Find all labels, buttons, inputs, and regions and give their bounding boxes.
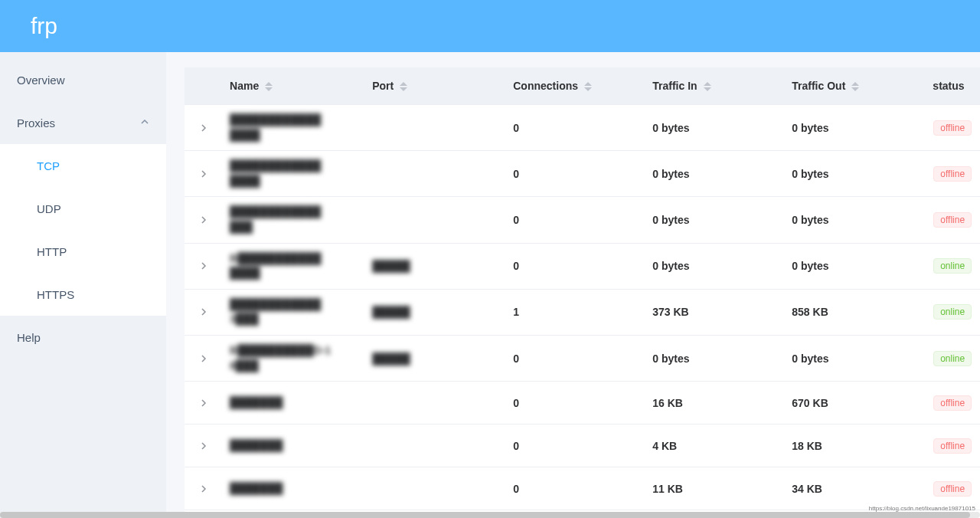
proxy-connections: 0 [505,243,645,289]
proxy-traffic-out: 0 bytes [784,151,925,197]
sidebar-item-label: HTTP [37,245,67,258]
proxy-name: B██████████D-18███ [230,343,357,373]
sort-icon [851,82,859,91]
proxy-name: ████████████3███ [230,297,357,327]
col-connections[interactable]: Connections [505,67,645,105]
app-logo: frp [31,13,57,39]
status-badge: offline [933,438,972,454]
proxy-traffic-in: 0 bytes [645,335,784,381]
table-row: ███████011 KB34 KBoffline [185,467,980,510]
proxy-traffic-out: 0 bytes [784,243,925,289]
proxy-traffic-out: 0 bytes [784,105,925,151]
col-name[interactable]: Name [222,67,364,105]
sidebar-item-tcp[interactable]: TCP [0,144,166,187]
proxy-traffic-out: 670 KB [784,382,925,425]
proxy-connections: 0 [505,151,645,197]
chevron-right-icon[interactable] [200,441,207,452]
proxy-traffic-out: 0 bytes [784,197,925,243]
proxy-traffic-in: 16 KB [645,382,784,425]
chevron-up-icon [140,117,149,129]
proxy-connections: 0 [505,197,645,243]
sidebar-item-label: TCP [37,159,60,172]
table-row: ████████████████00 bytes0 bytesoffline [185,105,980,151]
table-row: ███████04 KB18 KBoffline [185,425,980,467]
proxy-traffic-in: 4 KB [645,425,784,467]
sidebar-item-proxies[interactable]: Proxies [0,101,166,144]
table-row: B████████████████████00 bytes0 bytesonli… [185,243,980,289]
table-row: ████████████3████████1373 KB858 KBonline [185,289,980,335]
sidebar-item-label: Help [17,331,41,344]
table-row: B██████████D-18████████00 bytes0 byteson… [185,335,980,381]
proxy-traffic-in: 373 KB [645,289,784,335]
chevron-right-icon[interactable] [200,123,207,134]
proxy-connections: 1 [505,289,645,335]
sidebar: Overview Proxies TCP UDP HTTP HTTPS Help [0,52,166,518]
proxy-connections: 0 [505,382,645,425]
col-traffic-in[interactable]: Traffic In [645,67,784,105]
proxy-traffic-out: 0 bytes [784,335,925,381]
table-row: ███████████████00 bytes0 bytesoffline [185,197,980,243]
proxy-connections: 0 [505,105,645,151]
watermark: https://blog.csdn.net/lixuande19871015 [869,505,975,512]
proxy-traffic-in: 0 bytes [645,151,784,197]
status-badge: online [933,351,972,366]
proxy-traffic-out: 34 KB [784,467,925,510]
proxy-port: █████ [372,306,410,318]
horizontal-scrollbar[interactable] [0,512,980,518]
sidebar-item-http[interactable]: HTTP [0,230,166,273]
proxy-traffic-in: 0 bytes [645,197,784,243]
table-row: ███████016 KB670 KBoffline [185,382,980,425]
table-row: ████████████████00 bytes0 bytesoffline [185,151,980,197]
status-badge: offline [933,166,972,182]
main-content: Name Port Connections Traffic In [166,52,980,518]
proxy-name: ███████ [230,438,357,454]
app-header: frp [0,0,980,52]
sidebar-item-label: Overview [17,74,65,87]
status-badge: offline [933,395,972,411]
sort-icon [400,82,407,91]
sidebar-item-label: Proxies [17,116,55,130]
proxy-name: ███████ [230,481,357,497]
sort-icon [584,82,592,91]
proxy-traffic-in: 0 bytes [645,243,784,289]
sidebar-item-overview[interactable]: Overview [0,58,166,101]
proxy-name: B███████████████ [230,251,357,281]
col-expand [185,67,222,105]
sidebar-item-label: HTTPS [37,288,74,301]
proxy-name: ███████████████ [230,205,357,234]
sidebar-item-label: UDP [37,202,61,215]
proxy-connections: 0 [505,335,645,381]
status-badge: offline [933,212,972,228]
proxy-name: ████████████████ [230,159,357,189]
status-badge: online [933,304,972,320]
chevron-right-icon[interactable] [200,484,207,495]
chevron-right-icon[interactable] [200,215,207,226]
proxy-port: █████ [372,260,410,272]
proxies-table: Name Port Connections Traffic In [185,67,980,518]
col-status: status [925,67,980,105]
proxy-traffic-in: 0 bytes [645,105,784,151]
sort-icon [704,82,711,91]
chevron-right-icon[interactable] [200,169,207,180]
status-badge: offline [933,481,972,497]
proxy-name: ███████ [230,395,357,411]
proxy-traffic-out: 858 KB [784,289,925,335]
sort-icon [265,82,273,91]
proxy-traffic-in: 11 KB [645,467,784,510]
status-badge: offline [933,120,972,136]
chevron-right-icon[interactable] [200,307,207,318]
chevron-right-icon[interactable] [200,261,207,272]
sidebar-item-udp[interactable]: UDP [0,187,166,230]
chevron-right-icon[interactable] [200,354,207,365]
proxy-name: ████████████████ [230,113,357,143]
sidebar-item-https[interactable]: HTTPS [0,273,166,316]
proxy-traffic-out: 18 KB [784,425,925,467]
proxy-connections: 0 [505,425,645,467]
chevron-right-icon[interactable] [200,398,207,409]
proxy-connections: 0 [505,467,645,510]
col-port[interactable]: Port [364,67,505,105]
sidebar-item-help[interactable]: Help [0,316,166,359]
col-traffic-out[interactable]: Traffic Out [784,67,925,105]
proxy-port: █████ [372,352,410,365]
status-badge: online [933,258,972,274]
